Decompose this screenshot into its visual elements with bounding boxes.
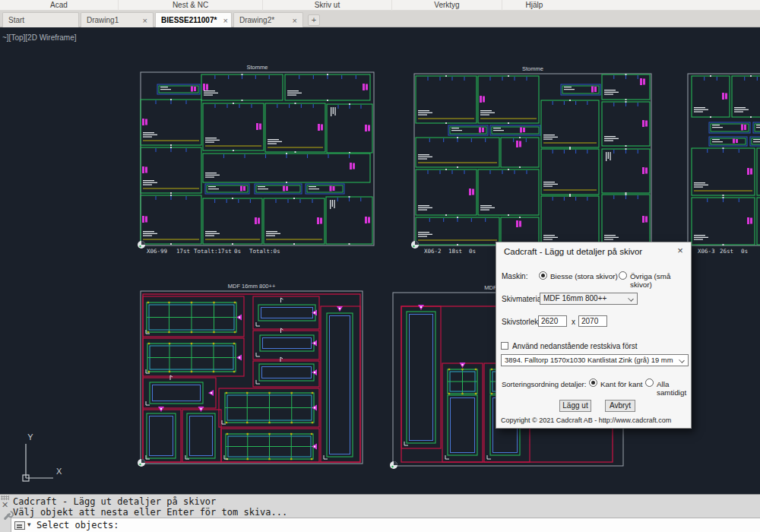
copyright-text: Copyright © 2021 Cadcraft AB - http://ww…	[501, 416, 671, 424]
svg-text:0s: 0s	[741, 248, 748, 255]
menu-item-acad[interactable]: Acad	[0, 0, 118, 11]
chevron-down-icon	[679, 357, 685, 363]
viewport-controls-label[interactable]: ~][Top][2D Wireframe]	[2, 33, 77, 42]
svg-text:26st: 26st	[720, 248, 733, 255]
menu-item-hjalp[interactable]: Hjälp	[502, 0, 566, 11]
sortering-label: Sorteringsordning detaljer:	[502, 380, 586, 388]
nest-sheet-MDF-1[interactable]: MDF 16mm 800++	[138, 283, 363, 467]
radio-kant-label[interactable]: Kant för kant	[600, 380, 643, 388]
file-tab-bar: Start Drawing1 × BIESSE211007* × Drawing…	[0, 11, 760, 27]
menu-item-nest-nc[interactable]: Nest & NC	[118, 0, 262, 11]
close-icon[interactable]: ✕	[2, 500, 8, 510]
new-tab-button[interactable]: +	[308, 14, 320, 26]
command-input[interactable]: ▾ Select objects:	[11, 518, 760, 532]
laggut-button[interactable]: Lägg ut	[559, 400, 591, 412]
radio-kant[interactable]	[589, 378, 597, 387]
restskiva-checkbox[interactable]	[501, 342, 508, 350]
svg-text:Stomme: Stomme	[522, 65, 543, 72]
tab-drawing2[interactable]: Drawing2* ×	[233, 12, 303, 27]
command-history-line: Cadcraft - Lägg ut detaljer på skivor	[13, 496, 216, 507]
close-icon[interactable]: ×	[137, 16, 147, 25]
svg-text:Totalt:17st: Totalt:17st	[194, 248, 232, 255]
tab-biesse211007[interactable]: BIESSE211007* ×	[155, 12, 232, 27]
command-prompt: Select objects:	[36, 520, 119, 530]
chevron-down-icon	[628, 296, 634, 302]
svg-text:0s: 0s	[234, 248, 241, 255]
svg-text:X06-99: X06-99	[147, 248, 167, 255]
radio-ovriga-label[interactable]: Övriga (små skivor)	[630, 272, 691, 289]
skivmaterial-select[interactable]: MDF 16mm 800++	[540, 293, 638, 305]
svg-text:Totalt:0s: Totalt:0s	[249, 248, 280, 255]
radio-biesse[interactable]	[539, 271, 547, 280]
avbryt-button[interactable]: Avbryt	[605, 400, 635, 412]
svg-text:Y: Y	[27, 432, 33, 442]
radio-biesse-label[interactable]: Biesse (stora skivor)	[550, 272, 618, 280]
skivmaterial-label: Skivmaterial:	[502, 295, 545, 303]
svg-text:0s: 0s	[469, 248, 476, 255]
nest-sheet-X06-3[interactable]: X06-326st0s	[688, 74, 760, 255]
radio-ovriga[interactable]	[619, 271, 627, 280]
svg-text:X: X	[56, 467, 62, 476]
tab-label: BIESSE211007*	[161, 16, 217, 24]
command-history-line: Välj objekt att nesta eller Enter för to…	[13, 507, 287, 518]
nest-sheet-X06-2[interactable]: StommeX06-218st0s	[411, 65, 651, 255]
radio-alla[interactable]	[645, 378, 654, 387]
command-line-panel: ✕ Cadcraft - Lägg ut detaljer på skivor …	[0, 494, 760, 532]
restskiva-value: 3894. Falltorp 1570x1030 Kantlistat Zink…	[505, 356, 673, 364]
tab-start[interactable]: Start	[2, 12, 79, 27]
svg-text:X06-3: X06-3	[698, 248, 715, 255]
wrench-icon[interactable]	[4, 513, 11, 521]
close-icon[interactable]: ×	[217, 16, 227, 25]
restskiva-label[interactable]: Använd nedanstående restskiva först	[512, 342, 638, 350]
tab-label: Start	[8, 16, 24, 24]
chevron-down-icon[interactable]: ▾	[27, 521, 31, 528]
menu-bar: Acad Nest & NC Skriv ut Verktyg Hjälp	[0, 0, 760, 11]
times-label: x	[572, 318, 575, 326]
tab-drawing1[interactable]: Drawing1 ×	[81, 12, 154, 27]
radio-alla-label[interactable]: Alla samtidigt	[657, 380, 691, 397]
cadcraft-dialog: Cadcraft - Lägg ut detaljer på skivor × …	[496, 242, 692, 429]
nest-sheet-X06-99[interactable]: StommeX06-9917stTotalt:17st0sTotalt:0s	[138, 64, 374, 255]
skivstorlek-label: Skivstorlek:	[502, 318, 540, 326]
ucs-icon: YX	[23, 432, 62, 481]
skivmaterial-value: MDF 16mm 800++	[543, 294, 606, 302]
svg-text:MDF 16mm 800++: MDF 16mm 800++	[228, 283, 276, 290]
close-icon[interactable]: ×	[674, 245, 686, 257]
maskin-label: Maskin:	[502, 272, 527, 280]
height-field[interactable]: 2070	[578, 315, 607, 327]
svg-text:18st: 18st	[448, 248, 462, 255]
restskiva-select[interactable]: 3894. Falltorp 1570x1030 Kantlistat Zink…	[501, 354, 689, 366]
close-icon[interactable]: ×	[287, 16, 297, 25]
menu-item-verktyg[interactable]: Verktyg	[391, 0, 502, 11]
svg-text:Stomme: Stomme	[247, 64, 268, 71]
tab-label: Drawing1	[87, 16, 119, 24]
command-icon[interactable]	[14, 521, 25, 530]
dialog-title: Cadcraft - Lägg ut detaljer på skivor	[504, 247, 642, 256]
width-field[interactable]: 2620	[538, 315, 567, 327]
svg-text:X06-2: X06-2	[424, 248, 442, 255]
svg-text:17st: 17st	[176, 248, 190, 255]
menu-item-skriv-ut[interactable]: Skriv ut	[262, 0, 391, 11]
tab-label: Drawing2*	[239, 16, 274, 24]
